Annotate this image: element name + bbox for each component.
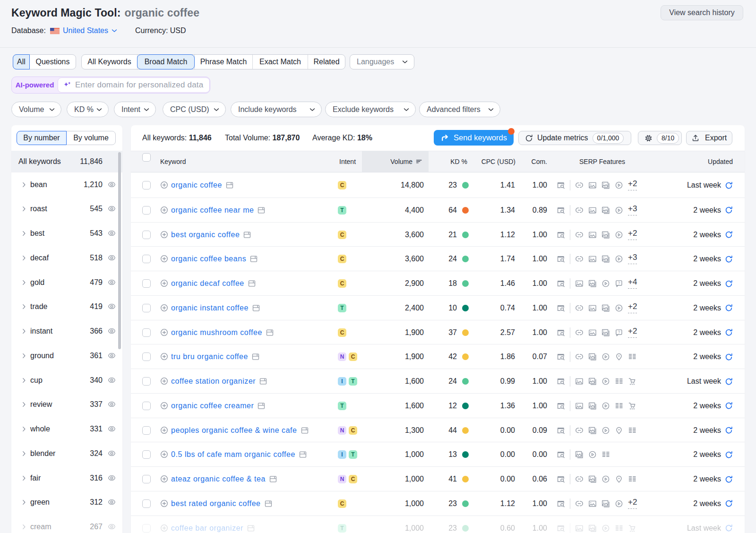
- svg-text:?: ?: [618, 281, 620, 285]
- svg-text:?: ?: [618, 330, 620, 334]
